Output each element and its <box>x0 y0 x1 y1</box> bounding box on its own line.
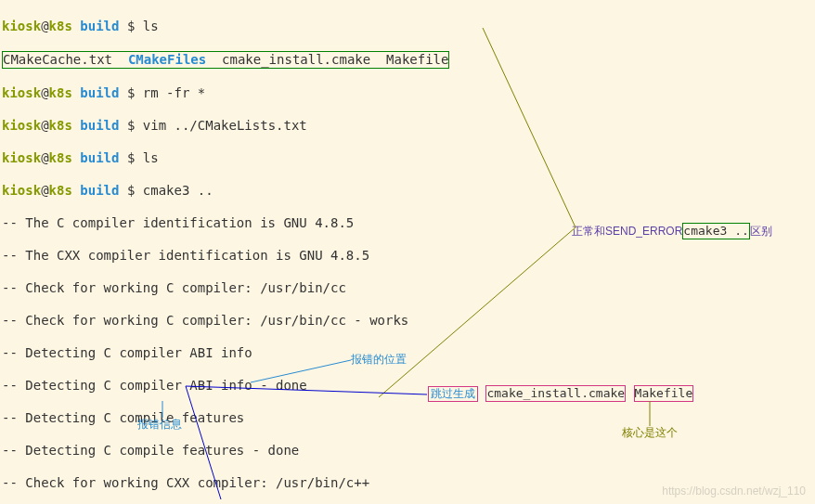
cmake-out: -- Detecting C compiler ABI info <box>2 345 813 362</box>
cmd-cmake3: cmake3 .. <box>143 183 213 198</box>
cmake-out: -- Check for working C compiler: /usr/bi… <box>2 280 813 297</box>
cmake-out: -- Detecting C compile features <box>2 410 813 427</box>
line-cmd: kiosk@k8s build $ rm -fr * <box>2 85 813 102</box>
label-error-info: 报错信息 <box>137 418 182 432</box>
skipgen-box: 跳过生成 <box>428 386 478 402</box>
prompt-path: build <box>80 19 119 33</box>
cmake-out: -- Detecting C compile features - done <box>2 443 813 459</box>
cmake-out: -- The CXX compiler identification is GN… <box>2 248 813 265</box>
terminal-output: kiosk@k8s build $ ls CMakeCache.txt CMak… <box>2 2 813 504</box>
cmd-rm: rm -fr * <box>143 85 205 100</box>
watermark: https://blog.csdn.net/wzj_110 <box>662 485 806 498</box>
cmd-ls: ls <box>143 150 159 165</box>
line-cmd: kiosk@k8s build $ ls <box>2 150 813 167</box>
annotation-skipgen: 跳过生成 cmake_install.cmake Makefile <box>428 385 693 402</box>
line-cmd: kiosk@k8s build $ cmake3 .. <box>2 183 813 200</box>
label-error-pos: 报错的位置 <box>351 353 407 367</box>
prompt-host: k8s <box>49 19 72 33</box>
install-box: cmake_install.cmake <box>485 385 626 402</box>
makefile-box: Makefile <box>634 385 694 402</box>
annotation-right: 正常和SEND_ERRORcmake3 ..区别 <box>572 223 772 239</box>
cmd-ls: ls <box>143 19 159 33</box>
label-core: 核心是这个 <box>622 426 678 440</box>
prompt-user: kiosk <box>2 19 41 33</box>
cmake-out: -- Check for working C compiler: /usr/bi… <box>2 313 813 330</box>
cmd-vim: vim ../CMakeLists.txt <box>143 118 307 133</box>
line-cmd: kiosk@k8s build $ vim ../CMakeLists.txt <box>2 118 813 135</box>
line-ls-output: CMakeCache.txt CMakeFiles cmake_install.… <box>2 51 813 70</box>
ls-output-box: CMakeCache.txt CMakeFiles cmake_install.… <box>2 51 449 70</box>
cmake3-box: cmake3 .. <box>682 223 749 239</box>
line-cmd: kiosk@k8s build $ ls <box>2 19 813 35</box>
